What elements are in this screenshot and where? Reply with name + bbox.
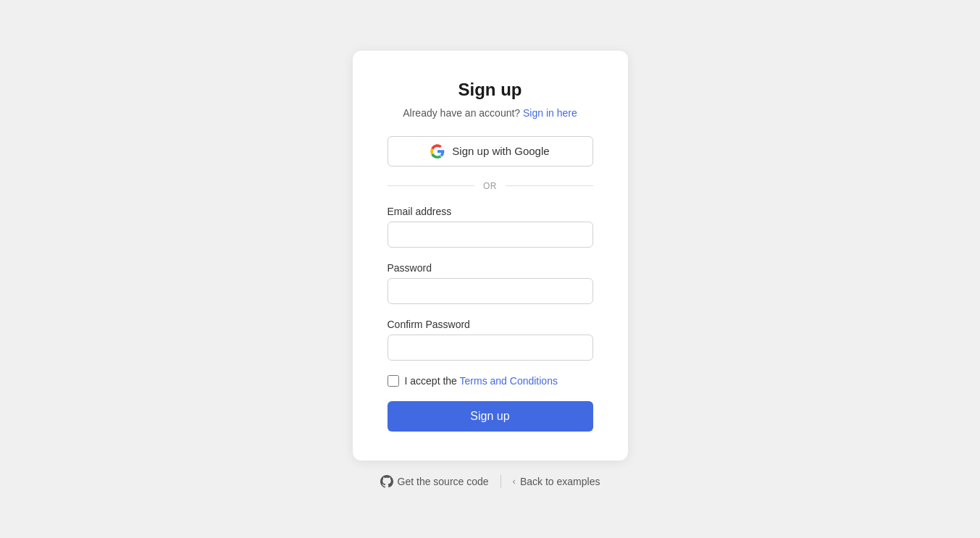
confirm-password-field-group: Confirm Password bbox=[388, 319, 593, 361]
email-label: Email address bbox=[388, 206, 593, 217]
terms-checkbox[interactable] bbox=[388, 375, 399, 387]
divider-line-left bbox=[388, 185, 475, 186]
confirm-password-label: Confirm Password bbox=[388, 319, 593, 330]
google-icon bbox=[430, 144, 445, 159]
chevron-left-icon: ‹ bbox=[513, 476, 516, 487]
terms-prefix-text: I accept the bbox=[405, 375, 457, 387]
signin-prompt: Already have an account? Sign in here bbox=[388, 107, 593, 119]
confirm-password-input[interactable] bbox=[388, 335, 593, 361]
back-to-examples-link[interactable]: ‹ Back to examples bbox=[513, 476, 600, 487]
footer: Get the source code ‹ Back to examples bbox=[380, 475, 600, 488]
signup-card: Sign up Already have an account? Sign in… bbox=[353, 51, 628, 461]
divider: OR bbox=[388, 181, 593, 191]
password-input[interactable] bbox=[388, 278, 593, 304]
divider-line-right bbox=[506, 185, 593, 186]
google-signup-button[interactable]: Sign up with Google bbox=[388, 136, 593, 167]
terms-checkbox-row: I accept the Terms and Conditions bbox=[388, 375, 593, 387]
email-field-group: Email address bbox=[388, 206, 593, 248]
back-label: Back to examples bbox=[520, 476, 600, 487]
divider-text: OR bbox=[483, 181, 497, 191]
signup-button[interactable]: Sign up bbox=[388, 401, 593, 432]
source-code-link[interactable]: Get the source code bbox=[380, 475, 489, 488]
google-button-label: Sign up with Google bbox=[452, 145, 549, 157]
password-label: Password bbox=[388, 262, 593, 274]
email-input[interactable] bbox=[388, 222, 593, 248]
terms-label: I accept the Terms and Conditions bbox=[405, 375, 558, 387]
footer-divider bbox=[501, 475, 501, 488]
source-code-label: Get the source code bbox=[398, 476, 489, 487]
terms-link[interactable]: Terms and Conditions bbox=[460, 375, 558, 387]
signin-link[interactable]: Sign in here bbox=[523, 107, 577, 119]
page-title: Sign up bbox=[388, 80, 593, 100]
github-icon bbox=[380, 475, 393, 488]
signin-prompt-text: Already have an account? bbox=[403, 107, 520, 119]
password-field-group: Password bbox=[388, 262, 593, 304]
